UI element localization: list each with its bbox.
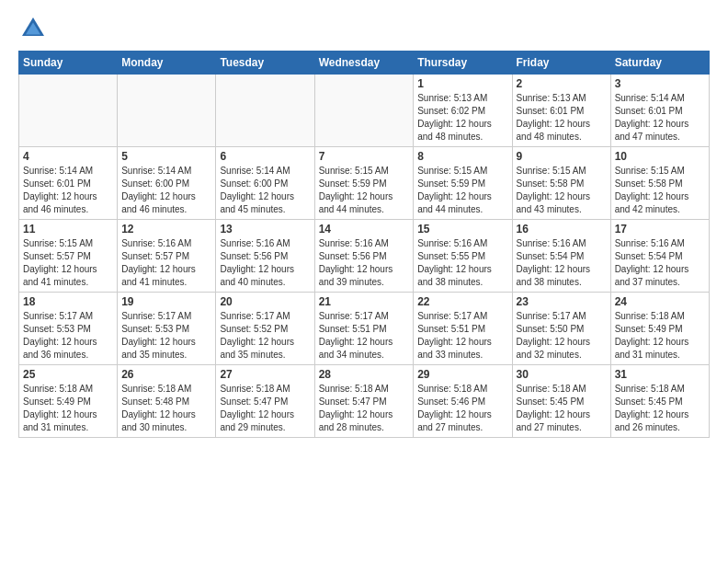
week-row: 18Sunrise: 5:17 AM Sunset: 5:53 PM Dayli… bbox=[19, 293, 710, 365]
day-header-monday: Monday bbox=[118, 52, 216, 75]
week-row: 25Sunrise: 5:18 AM Sunset: 5:49 PM Dayli… bbox=[19, 365, 710, 438]
day-number: 20 bbox=[220, 295, 310, 308]
day-info: Sunrise: 5:17 AM Sunset: 5:51 PM Dayligh… bbox=[319, 310, 410, 362]
day-info: Sunrise: 5:13 AM Sunset: 6:01 PM Dayligh… bbox=[517, 92, 607, 144]
day-number: 6 bbox=[220, 150, 310, 163]
calendar-cell: 28Sunrise: 5:18 AM Sunset: 5:47 PM Dayli… bbox=[314, 365, 414, 438]
day-info: Sunrise: 5:16 AM Sunset: 5:56 PM Dayligh… bbox=[319, 237, 410, 289]
calendar-cell: 17Sunrise: 5:16 AM Sunset: 5:54 PM Dayli… bbox=[610, 220, 709, 293]
calendar-cell: 21Sunrise: 5:17 AM Sunset: 5:51 PM Dayli… bbox=[314, 293, 414, 365]
calendar-cell: 25Sunrise: 5:18 AM Sunset: 5:49 PM Dayli… bbox=[19, 365, 118, 438]
calendar-cell: 31Sunrise: 5:18 AM Sunset: 5:45 PM Dayli… bbox=[610, 365, 709, 438]
calendar-cell: 7Sunrise: 5:15 AM Sunset: 5:59 PM Daylig… bbox=[314, 147, 414, 220]
day-header-sunday: Sunday bbox=[19, 52, 118, 75]
calendar-cell: 13Sunrise: 5:16 AM Sunset: 5:56 PM Dayli… bbox=[216, 220, 314, 293]
calendar-cell: 14Sunrise: 5:16 AM Sunset: 5:56 PM Dayli… bbox=[314, 220, 414, 293]
day-info: Sunrise: 5:15 AM Sunset: 5:58 PM Dayligh… bbox=[517, 165, 607, 216]
day-number: 12 bbox=[121, 223, 211, 236]
calendar-cell: 6Sunrise: 5:14 AM Sunset: 6:00 PM Daylig… bbox=[216, 147, 314, 220]
calendar-cell: 19Sunrise: 5:17 AM Sunset: 5:53 PM Dayli… bbox=[118, 293, 216, 365]
header bbox=[18, 14, 710, 43]
day-header-tuesday: Tuesday bbox=[216, 52, 314, 75]
calendar-cell: 16Sunrise: 5:16 AM Sunset: 5:54 PM Dayli… bbox=[512, 220, 610, 293]
calendar-cell: 10Sunrise: 5:15 AM Sunset: 5:58 PM Dayli… bbox=[610, 147, 709, 220]
calendar-body: 1Sunrise: 5:13 AM Sunset: 6:02 PM Daylig… bbox=[19, 75, 710, 438]
day-header-thursday: Thursday bbox=[414, 52, 512, 75]
calendar-cell: 11Sunrise: 5:15 AM Sunset: 5:57 PM Dayli… bbox=[19, 220, 118, 293]
calendar-cell: 4Sunrise: 5:14 AM Sunset: 6:01 PM Daylig… bbox=[19, 147, 118, 220]
calendar-cell: 29Sunrise: 5:18 AM Sunset: 5:46 PM Dayli… bbox=[414, 365, 512, 438]
day-number: 21 bbox=[319, 295, 410, 308]
logo-icon bbox=[18, 14, 48, 43]
calendar-cell: 15Sunrise: 5:16 AM Sunset: 5:55 PM Dayli… bbox=[414, 220, 512, 293]
calendar-header: SundayMondayTuesdayWednesdayThursdayFrid… bbox=[19, 52, 710, 75]
day-number: 1 bbox=[417, 77, 507, 90]
day-number: 2 bbox=[517, 77, 607, 90]
week-row: 4Sunrise: 5:14 AM Sunset: 6:01 PM Daylig… bbox=[19, 147, 710, 220]
day-info: Sunrise: 5:18 AM Sunset: 5:47 PM Dayligh… bbox=[220, 383, 310, 434]
logo bbox=[18, 14, 51, 43]
calendar-cell: 30Sunrise: 5:18 AM Sunset: 5:45 PM Dayli… bbox=[512, 365, 610, 438]
day-number: 22 bbox=[417, 295, 507, 308]
calendar-cell: 27Sunrise: 5:18 AM Sunset: 5:47 PM Dayli… bbox=[216, 365, 314, 438]
calendar-cell bbox=[19, 75, 118, 147]
day-number: 28 bbox=[319, 368, 410, 381]
page-container: SundayMondayTuesdayWednesdayThursdayFrid… bbox=[0, 0, 728, 447]
day-info: Sunrise: 5:16 AM Sunset: 5:54 PM Dayligh… bbox=[517, 237, 607, 289]
day-info: Sunrise: 5:18 AM Sunset: 5:47 PM Dayligh… bbox=[319, 383, 410, 434]
day-info: Sunrise: 5:17 AM Sunset: 5:52 PM Dayligh… bbox=[220, 310, 310, 362]
day-info: Sunrise: 5:18 AM Sunset: 5:49 PM Dayligh… bbox=[615, 310, 705, 362]
calendar-cell: 24Sunrise: 5:18 AM Sunset: 5:49 PM Dayli… bbox=[610, 293, 709, 365]
calendar-cell bbox=[118, 75, 216, 147]
day-number: 30 bbox=[517, 368, 607, 381]
calendar-cell: 1Sunrise: 5:13 AM Sunset: 6:02 PM Daylig… bbox=[414, 75, 512, 147]
day-number: 18 bbox=[23, 295, 113, 308]
day-number: 8 bbox=[417, 150, 507, 163]
calendar-cell bbox=[216, 75, 314, 147]
calendar-cell: 3Sunrise: 5:14 AM Sunset: 6:01 PM Daylig… bbox=[610, 75, 709, 147]
calendar-cell: 5Sunrise: 5:14 AM Sunset: 6:00 PM Daylig… bbox=[118, 147, 216, 220]
day-number: 13 bbox=[220, 223, 310, 236]
day-number: 14 bbox=[319, 223, 410, 236]
day-info: Sunrise: 5:16 AM Sunset: 5:55 PM Dayligh… bbox=[417, 237, 507, 289]
day-number: 7 bbox=[319, 150, 410, 163]
day-number: 4 bbox=[23, 150, 113, 163]
calendar-cell: 23Sunrise: 5:17 AM Sunset: 5:50 PM Dayli… bbox=[512, 293, 610, 365]
day-info: Sunrise: 5:15 AM Sunset: 5:58 PM Dayligh… bbox=[615, 165, 705, 216]
day-info: Sunrise: 5:15 AM Sunset: 5:59 PM Dayligh… bbox=[417, 165, 507, 216]
day-info: Sunrise: 5:15 AM Sunset: 5:57 PM Dayligh… bbox=[23, 237, 113, 289]
day-info: Sunrise: 5:18 AM Sunset: 5:49 PM Dayligh… bbox=[23, 383, 113, 434]
day-header-friday: Friday bbox=[512, 52, 610, 75]
day-header-wednesday: Wednesday bbox=[314, 52, 414, 75]
day-header-saturday: Saturday bbox=[610, 52, 709, 75]
calendar-cell: 12Sunrise: 5:16 AM Sunset: 5:57 PM Dayli… bbox=[118, 220, 216, 293]
calendar-table: SundayMondayTuesdayWednesdayThursdayFrid… bbox=[18, 51, 710, 438]
day-number: 26 bbox=[121, 368, 211, 381]
day-info: Sunrise: 5:16 AM Sunset: 5:57 PM Dayligh… bbox=[121, 237, 211, 289]
calendar-cell: 20Sunrise: 5:17 AM Sunset: 5:52 PM Dayli… bbox=[216, 293, 314, 365]
calendar-cell: 9Sunrise: 5:15 AM Sunset: 5:58 PM Daylig… bbox=[512, 147, 610, 220]
day-number: 19 bbox=[121, 295, 211, 308]
calendar-cell: 2Sunrise: 5:13 AM Sunset: 6:01 PM Daylig… bbox=[512, 75, 610, 147]
day-info: Sunrise: 5:17 AM Sunset: 5:50 PM Dayligh… bbox=[517, 310, 607, 362]
day-info: Sunrise: 5:14 AM Sunset: 6:01 PM Dayligh… bbox=[23, 165, 113, 216]
day-info: Sunrise: 5:16 AM Sunset: 5:56 PM Dayligh… bbox=[220, 237, 310, 289]
day-info: Sunrise: 5:17 AM Sunset: 5:53 PM Dayligh… bbox=[23, 310, 113, 362]
calendar-cell: 18Sunrise: 5:17 AM Sunset: 5:53 PM Dayli… bbox=[19, 293, 118, 365]
calendar-cell: 22Sunrise: 5:17 AM Sunset: 5:51 PM Dayli… bbox=[414, 293, 512, 365]
day-number: 9 bbox=[517, 150, 607, 163]
day-info: Sunrise: 5:18 AM Sunset: 5:45 PM Dayligh… bbox=[517, 383, 607, 434]
day-info: Sunrise: 5:17 AM Sunset: 5:51 PM Dayligh… bbox=[417, 310, 507, 362]
day-number: 10 bbox=[615, 150, 705, 163]
day-number: 27 bbox=[220, 368, 310, 381]
day-number: 23 bbox=[517, 295, 607, 308]
day-number: 31 bbox=[615, 368, 705, 381]
day-number: 29 bbox=[417, 368, 507, 381]
day-info: Sunrise: 5:13 AM Sunset: 6:02 PM Dayligh… bbox=[417, 92, 507, 144]
calendar-cell bbox=[314, 75, 414, 147]
header-row: SundayMondayTuesdayWednesdayThursdayFrid… bbox=[19, 52, 710, 75]
day-number: 17 bbox=[615, 223, 705, 236]
day-number: 24 bbox=[615, 295, 705, 308]
day-number: 16 bbox=[517, 223, 607, 236]
day-number: 3 bbox=[615, 77, 705, 90]
